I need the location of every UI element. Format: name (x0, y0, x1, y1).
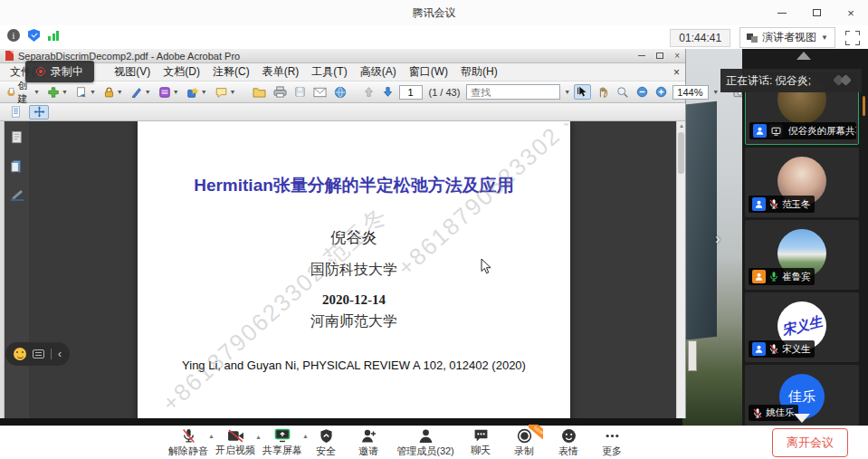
slide-author: 倪谷炎 (138, 227, 570, 248)
participant-name: 范玉冬 (782, 198, 811, 211)
slide-title: Hermitian张量分解的半定松弛方法及应用 (138, 174, 570, 197)
find-dropdown-icon[interactable]: ▼ (564, 89, 570, 95)
participant-tile[interactable]: 范玉冬 (745, 148, 859, 217)
acrobat-nav-strip (5, 121, 29, 418)
acrobat-close-button[interactable]: × (674, 51, 680, 61)
combine-button[interactable]: ▼ (185, 85, 209, 100)
record-button[interactable]: 录制 NEW (501, 428, 547, 458)
lock-icon (103, 86, 115, 99)
document-scrollbar[interactable]: ▲ (676, 121, 685, 418)
emoji-icon[interactable] (14, 348, 26, 360)
forms-button[interactable]: ▼ (157, 85, 181, 100)
meeting-title: 腾讯会议 (413, 5, 456, 21)
collapse-left-icon[interactable]: ‹ (58, 348, 62, 360)
sidebar-collapse-arrow[interactable] (796, 52, 811, 60)
menu-view[interactable]: 视图(V) (108, 64, 157, 80)
view-mode-button[interactable]: 演讲者视图 ▼ (739, 27, 835, 48)
green-plus-icon (47, 86, 60, 99)
shield-icon (320, 428, 333, 444)
acrobat-window: SeparabDiscrimDecomp2.pdf - Adobe Acroba… (0, 49, 686, 418)
participant-name: 宋义生 (782, 343, 811, 356)
menu-comments[interactable]: 注释(C) (206, 64, 256, 80)
close-button[interactable]: × (843, 5, 859, 21)
previous-page-button[interactable] (361, 85, 377, 99)
view-mode-label: 演讲者视图 (762, 30, 816, 45)
record-dot-icon (36, 67, 45, 76)
manage-members-button[interactable]: 管理成员(32) (391, 428, 460, 458)
zoom-in-button[interactable] (653, 85, 669, 99)
fit-arrows-icon (33, 106, 45, 118)
mic-on-icon (768, 271, 779, 282)
save-button[interactable] (292, 85, 308, 99)
zoom-level-select[interactable]: 144% (672, 85, 709, 100)
acrobat-maximize-button[interactable] (656, 53, 663, 59)
zoom-out-button[interactable] (634, 85, 650, 99)
security-shield-icon[interactable] (28, 29, 40, 42)
add-content-button[interactable]: ▼ (45, 85, 70, 100)
recording-label: 录制中 (51, 64, 83, 80)
menu-tools[interactable]: 工具(T) (305, 64, 353, 80)
hand-tool-button[interactable] (595, 85, 611, 100)
open-file-button[interactable] (251, 85, 268, 99)
start-video-button[interactable]: 开启视频 ▲ (212, 429, 259, 457)
sidebar-scrollbar[interactable] (863, 96, 865, 116)
scroll-up-icon[interactable]: ▲ (679, 123, 684, 129)
chevron-down-icon: ▼ (821, 33, 828, 42)
acrobat-menubar: 文件(F) 视图(V) 文档(D) 注释(C) 表单(R) 工具(T) 高级(A… (0, 63, 685, 81)
document-close-icon[interactable]: × (673, 66, 680, 79)
camera-muted-icon (227, 429, 244, 443)
sidebar-expand-handle[interactable]: › (715, 230, 720, 248)
unmute-button[interactable]: 解除静音 ▲ (165, 428, 212, 458)
chat-button[interactable]: 聊天 (460, 428, 501, 457)
page-thumbnails-icon[interactable] (10, 130, 24, 145)
network-signal-icon[interactable] (48, 30, 59, 41)
scrolling-mode-button[interactable] (5, 105, 25, 120)
zoom-dropdown-icon[interactable]: ▼ (712, 89, 719, 95)
sidebar-scroll-down-arrow[interactable] (794, 414, 810, 423)
member-badge-icon (752, 342, 766, 356)
scrollbar-thumb[interactable] (678, 132, 684, 174)
email-button[interactable] (311, 86, 329, 99)
emoji-button[interactable]: 表情 (547, 428, 590, 458)
leave-meeting-button[interactable]: 离开会议 (772, 428, 848, 457)
participant-tile[interactable]: 崔鲁宾 (745, 220, 859, 290)
menu-window[interactable]: 窗口(W) (403, 64, 454, 80)
menu-document[interactable]: 文档(D) (157, 64, 206, 80)
participant-tile[interactable]: 宋义生 宋义生 (745, 292, 859, 362)
sign-button[interactable]: ▼ (129, 85, 153, 100)
export-button[interactable]: ▼ (73, 85, 98, 100)
menu-help[interactable]: 帮助(H) (454, 64, 504, 80)
comment-button[interactable]: ▼ (213, 85, 238, 100)
meeting-info-icon[interactable]: i (7, 29, 20, 42)
host-badge-icon (753, 124, 767, 138)
chevron-down-icon: ▼ (90, 89, 96, 95)
fit-page-button[interactable] (29, 105, 49, 120)
zoom-marquee-button[interactable] (615, 85, 631, 100)
fullscreen-button[interactable] (844, 30, 861, 46)
minimize-button[interactable] (774, 5, 790, 21)
security-button[interactable]: 安全 (306, 428, 346, 458)
maximize-button[interactable] (808, 5, 825, 21)
page-number-input[interactable] (399, 85, 423, 100)
invite-button[interactable]: 邀请 (346, 428, 391, 458)
chevron-down-icon: ▼ (201, 89, 207, 95)
web-button[interactable] (332, 85, 348, 100)
more-button[interactable]: 更多 (590, 428, 634, 458)
print-button[interactable] (272, 85, 289, 99)
meeting-logo-icon (833, 74, 856, 87)
select-tool-button[interactable] (574, 84, 591, 100)
find-input[interactable] (466, 84, 560, 100)
save-disk-icon (294, 86, 306, 98)
document-view[interactable]: Hermitian张量分解的半定松弛方法及应用 倪谷炎 国防科技大学 2020-… (29, 121, 676, 418)
signatures-icon[interactable] (10, 188, 24, 201)
share-screen-button[interactable]: 共享屏幕 ▲ (259, 428, 306, 457)
slide-venue: 河南师范大学 (138, 312, 570, 331)
acrobat-minimize-button[interactable] (638, 55, 645, 56)
next-page-button[interactable] (380, 85, 396, 99)
message-icon[interactable] (33, 349, 44, 359)
menu-advanced[interactable]: 高级(A) (354, 64, 403, 80)
menu-forms[interactable]: 表单(R) (256, 64, 306, 80)
secure-button[interactable]: ▼ (101, 85, 125, 100)
globe-icon (334, 86, 347, 99)
bookmarks-icon[interactable] (10, 159, 24, 174)
